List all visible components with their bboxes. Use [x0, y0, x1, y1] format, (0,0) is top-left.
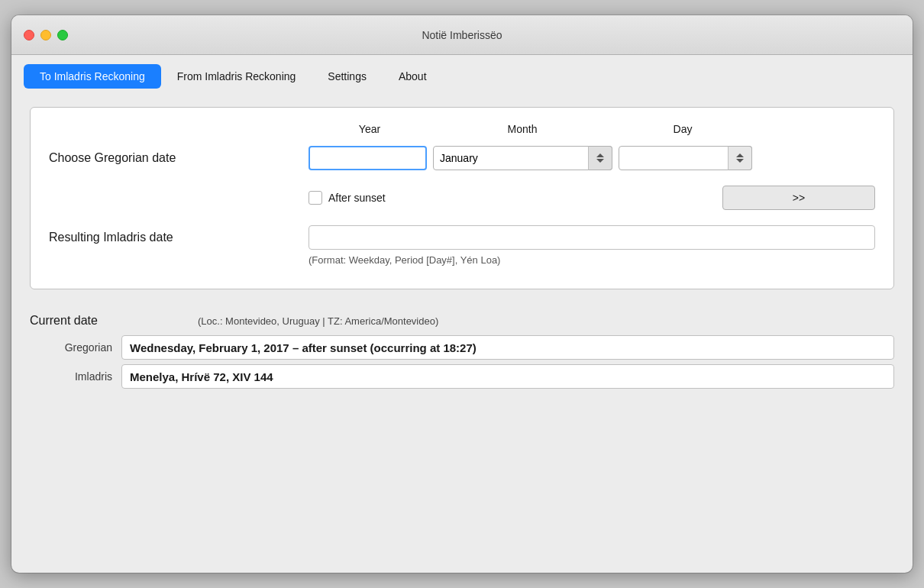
- maximize-button[interactable]: [57, 30, 68, 40]
- bottom-section: Current date (Loc.: Montevideo, Uruguay …: [30, 302, 894, 399]
- title-bar: Notië Imberissëo: [11, 15, 913, 55]
- after-sunset-left: After sunset: [309, 191, 386, 205]
- tab-to-imladris[interactable]: To Imladris Reckoning: [24, 64, 161, 89]
- imladris-type-label: Imladris: [30, 370, 121, 383]
- month-select[interactable]: January February March April May June Ju…: [433, 146, 612, 170]
- close-button[interactable]: [24, 30, 34, 40]
- window-title: Notië Imberissëo: [422, 29, 502, 41]
- top-section: Year Month Day Choose Gregorian date Jan…: [30, 107, 894, 289]
- current-date-label: Current date: [30, 314, 198, 328]
- tab-about[interactable]: About: [383, 64, 443, 89]
- choose-date-label: Choose Gregorian date: [49, 151, 309, 165]
- format-hint: (Format: Weekday, Period [Day#], Yén Loa…: [49, 254, 875, 266]
- month-select-wrapper: January February March April May June Ju…: [433, 146, 612, 170]
- app-window: Notië Imberissëo To Imladris Reckoning F…: [11, 15, 913, 573]
- result-section: Resulting Imladris date (Format: Weekday…: [49, 225, 875, 266]
- result-label: Resulting Imladris date: [49, 231, 309, 244]
- year-column-header: Year: [309, 123, 431, 135]
- year-input[interactable]: [309, 146, 427, 170]
- convert-button[interactable]: >>: [722, 186, 875, 210]
- current-date-header: Current date (Loc.: Montevideo, Uruguay …: [30, 314, 894, 328]
- gregorian-type-label: Gregorian: [30, 341, 121, 354]
- after-sunset-label: After sunset: [328, 192, 386, 204]
- after-sunset-checkbox[interactable]: [309, 191, 322, 205]
- minimize-button[interactable]: [40, 30, 51, 40]
- gregorian-current-value: Wednesday, February 1, 2017 – after suns…: [121, 335, 894, 360]
- imladris-current-row: Imladris Menelya, Hrívë 72, XIV 144: [30, 364, 894, 389]
- day-stepper-wrapper: [619, 146, 752, 170]
- result-input[interactable]: [309, 225, 875, 250]
- main-content: Year Month Day Choose Gregorian date Jan…: [11, 95, 913, 573]
- date-input-row: Choose Gregorian date January February M…: [49, 146, 875, 170]
- day-stepper[interactable]: [619, 146, 752, 170]
- day-column-header: Day: [614, 123, 751, 135]
- result-row: Resulting Imladris date: [49, 225, 875, 250]
- month-column-header: Month: [431, 123, 614, 135]
- date-column-headers: Year Month Day: [49, 123, 875, 135]
- after-sunset-row: After sunset >>: [49, 186, 875, 210]
- tab-settings[interactable]: Settings: [312, 64, 383, 89]
- current-date-location: (Loc.: Montevideo, Uruguay | TZ: America…: [198, 315, 438, 327]
- tab-from-imladris[interactable]: From Imladris Reckoning: [161, 64, 312, 89]
- traffic-lights: [24, 30, 68, 40]
- gregorian-current-row: Gregorian Wednesday, February 1, 2017 – …: [30, 335, 894, 360]
- imladris-current-value: Menelya, Hrívë 72, XIV 144: [121, 364, 894, 389]
- tab-bar: To Imladris Reckoning From Imladris Reck…: [11, 55, 913, 95]
